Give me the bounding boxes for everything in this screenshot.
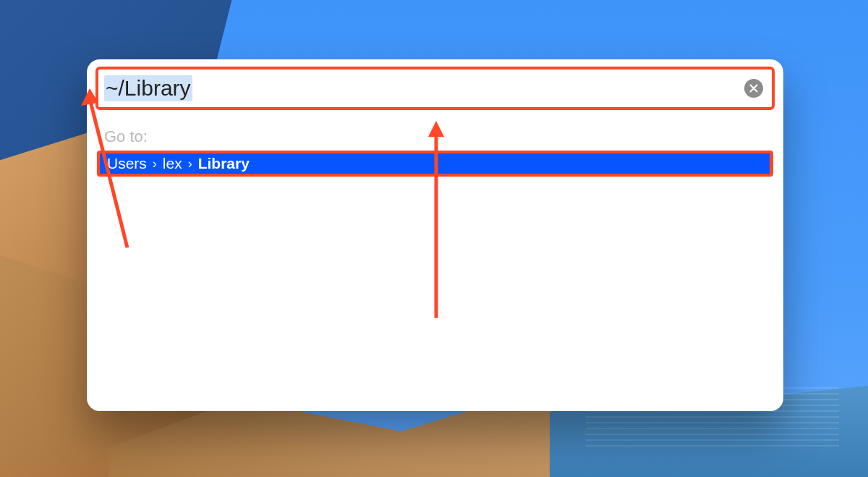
breadcrumb-segment: Library [198,155,250,172]
close-icon [749,84,758,93]
clear-button[interactable] [744,79,763,98]
goto-label: Go to: [104,127,148,146]
breadcrumb-segment: Users [107,155,147,172]
result-highlight: Users›lex›Library [97,151,773,177]
path-input-highlight: ~/Library [95,67,775,110]
breadcrumb-segment: lex [163,155,182,172]
path-result-row[interactable]: Users›lex›Library [100,153,770,174]
chevron-right-icon: › [188,156,192,172]
go-to-folder-dialog: ~/Library Go to: Users›lex›Library [87,59,783,411]
path-input-value: ~/Library [104,75,192,101]
path-input[interactable]: ~/Library [104,75,744,101]
chevron-right-icon: › [153,156,157,172]
